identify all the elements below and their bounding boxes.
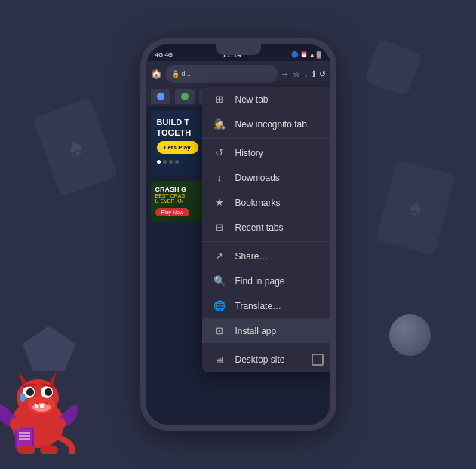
menu-item-desktop-site[interactable]: 🖥 Desktop site: [202, 347, 334, 372]
context-menu: ⊞ New tab 🕵 New incognito tab ↺ History …: [202, 87, 334, 372]
bg-card-right-decoration: [376, 160, 456, 256]
dragon-character: [0, 356, 83, 454]
svg-line-8: [42, 385, 53, 386]
url-bar[interactable]: 🔒 d...: [165, 65, 278, 83]
menu-label-desktop-site: Desktop site: [235, 354, 302, 365]
translate-icon: 🌐: [213, 300, 226, 311]
menu-item-translate[interactable]: 🌐 Translate…: [202, 293, 334, 318]
download-icon[interactable]: ↓: [304, 69, 309, 78]
install-app-icon: ⊡: [213, 325, 226, 336]
lock-icon: 🔒: [171, 70, 180, 78]
menu-item-new-tab[interactable]: ⊞ New tab: [202, 87, 334, 112]
menu-item-bookmarks[interactable]: ★ Bookmarks: [202, 190, 334, 215]
bg-dice-decoration: [364, 39, 422, 97]
alarm-icon: ⏰: [300, 51, 308, 58]
tab-item-2[interactable]: [175, 89, 195, 104]
status-icons: 🔵 ⏰ ▲ ▓: [291, 51, 321, 58]
browser-actions: → ☆ ↓ ℹ ↺: [281, 69, 326, 79]
battery-icon: ▓: [317, 51, 321, 58]
find-icon: 🔍: [213, 275, 226, 287]
refresh-icon[interactable]: ↺: [319, 69, 326, 79]
svg-point-12: [36, 403, 39, 405]
forward-icon[interactable]: →: [281, 69, 289, 78]
menu-divider-1: [202, 138, 334, 139]
menu-item-new-incognito-tab[interactable]: 🕵 New incognito tab: [202, 112, 334, 136]
svg-rect-11: [40, 404, 44, 408]
menu-item-recent-tabs[interactable]: ⊟ Recent tabs: [202, 215, 334, 240]
recent-tabs-icon: ⊟: [213, 222, 226, 233]
status-network: 4G 4G: [155, 51, 174, 58]
menu-item-install-app[interactable]: ⊡ Install app: [202, 318, 334, 343]
svg-point-5: [26, 388, 34, 396]
svg-point-24: [52, 418, 66, 430]
share-icon: ↗: [213, 250, 226, 262]
wifi-icon: ▲: [309, 51, 315, 58]
tab-favicon-2: [181, 93, 189, 100]
dot-1: [157, 160, 161, 164]
dot-4: [175, 160, 179, 164]
history-icon: ↺: [213, 147, 226, 158]
menu-label-history: History: [235, 148, 324, 158]
menu-label-downloads: Downloads: [235, 173, 324, 183]
menu-label-new-incognito-tab: New incognito tab: [235, 119, 324, 130]
menu-label-recent-tabs: Recent tabs: [235, 222, 324, 233]
browser-address-bar: 🏠 🔒 d... → ☆ ↓ ℹ ↺: [146, 61, 330, 87]
tab-item-1[interactable]: [151, 89, 170, 104]
menu-item-downloads[interactable]: ↓ Downloads: [202, 165, 334, 190]
dot-2: [163, 160, 167, 164]
bg-card-left-decoration: [33, 98, 118, 197]
svg-line-7: [24, 385, 35, 386]
new-tab-icon: ⊞: [213, 93, 226, 105]
dot-3: [169, 160, 173, 164]
menu-item-history[interactable]: ↺ History: [202, 140, 334, 165]
menu-label-bookmarks: Bookmarks: [235, 198, 324, 208]
bookmarks-icon: ★: [213, 197, 226, 208]
menu-divider-2: [202, 241, 334, 242]
incognito-icon: 🕵: [213, 118, 226, 130]
menu-label-find-in-page: Find in page: [235, 276, 324, 287]
lets-play-btn[interactable]: Lets Play: [157, 141, 198, 154]
bluetooth-icon: 🔵: [291, 51, 299, 58]
phone-notch: [216, 44, 261, 55]
play-now-button[interactable]: Play Now: [155, 208, 190, 216]
menu-item-share[interactable]: ↗ Share…: [202, 244, 334, 268]
tab-favicon-1: [157, 93, 164, 100]
phone-frame: 4G 4G 11:14 🔵 ⏰ ▲ ▓ 🏠 🔒 d... → ☆ ↓ ℹ ↺: [140, 38, 336, 431]
downloads-icon: ↓: [213, 172, 226, 183]
svg-point-6: [45, 388, 52, 396]
menu-item-find-in-page[interactable]: 🔍 Find in page: [202, 268, 334, 293]
svg-point-23: [10, 418, 23, 430]
star-icon[interactable]: ☆: [293, 69, 300, 79]
menu-label-install-app: Install app: [235, 326, 324, 336]
home-icon[interactable]: 🏠: [151, 69, 162, 79]
menu-divider-3: [202, 345, 334, 345]
menu-label-share: Share…: [235, 251, 324, 262]
menu-label-new-tab: New tab: [235, 94, 324, 105]
svg-point-13: [45, 403, 48, 405]
menu-label-translate: Translate…: [235, 301, 324, 311]
info-icon[interactable]: ℹ: [312, 69, 315, 79]
url-text: d...: [182, 70, 192, 78]
desktop-site-checkbox[interactable]: [312, 354, 324, 366]
desktop-site-icon: 🖥: [213, 354, 226, 366]
bg-sphere-decoration: [389, 314, 431, 356]
svg-rect-10: [35, 404, 38, 408]
